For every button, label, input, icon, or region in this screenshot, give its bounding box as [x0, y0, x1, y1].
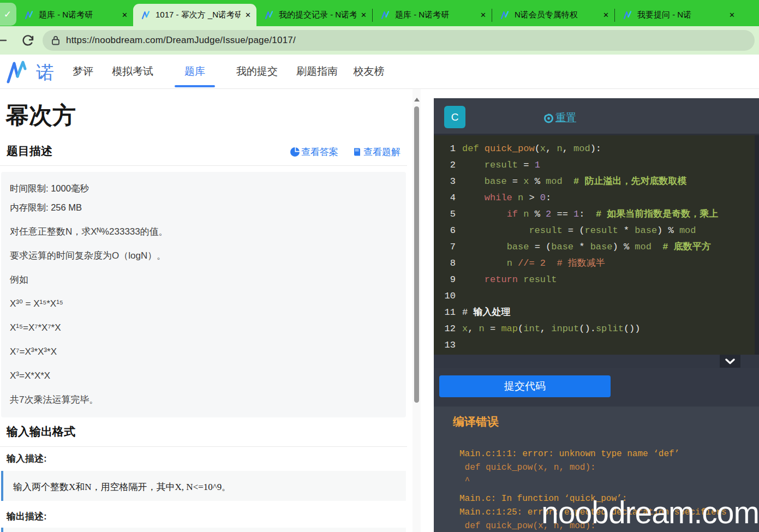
- language-select-button[interactable]: C: [444, 106, 465, 128]
- code-text: base = (base * base) % mod # 底数平方: [462, 239, 711, 255]
- editor-scrollbar-track[interactable]: [755, 135, 759, 355]
- description-paragraph: 例如: [10, 275, 397, 285]
- site-logo-icon[interactable]: [4, 59, 33, 87]
- address-bar[interactable]: https://noobdream.com/DreamJudge/Issue/p…: [43, 30, 755, 51]
- code-line: 1def quick_pow(x, n, mod):: [441, 141, 759, 157]
- description-paragraph: X³=X*X*X: [10, 371, 397, 381]
- problem-title: 幂次方: [5, 100, 76, 131]
- browser-tab[interactable]: 题库 - N诺考研✕: [373, 4, 492, 26]
- site-watermark: noobdream.com: [541, 494, 759, 530]
- code-text: return result: [462, 272, 557, 288]
- browser-tab[interactable]: 我要提问 - N诺✕: [615, 4, 740, 26]
- code-line: 5 if n % 2 == 1: # 如果当前指数是奇数，乘上: [441, 206, 759, 223]
- description-paragraph: 要求运算的时间复杂度为O（logN）。: [10, 251, 397, 261]
- tab-close-icon[interactable]: ✕: [603, 11, 609, 19]
- back-icon[interactable]: [0, 33, 7, 50]
- code-editor[interactable]: 1def quick_pow(x, n, mod):2 result = 13 …: [434, 135, 759, 355]
- io-format-heading: 输入输出格式: [7, 424, 75, 439]
- error-line: [459, 490, 727, 494]
- nav-item-1[interactable]: 梦评: [73, 55, 93, 88]
- reload-icon[interactable]: [21, 33, 35, 50]
- input-description-text: 输入两个整数X和N，用空格隔开，其中X, N<=10^9。: [3, 471, 406, 493]
- input-description-label: 输入描述:: [7, 452, 47, 465]
- compile-error-status: 编译错误: [453, 414, 499, 429]
- nav-item-6[interactable]: 校友榜: [354, 55, 385, 88]
- judge-panel: C 重置 1def quick_pow(x, n, mod):2 result …: [434, 98, 759, 532]
- line-number: 7: [441, 239, 456, 255]
- code-text: def quick_pow(x, n, mod):: [462, 141, 601, 157]
- site-logo-text[interactable]: 诺: [36, 61, 54, 85]
- code-text: n //= 2 # 指数减半: [462, 255, 605, 272]
- scrollbar-thumb[interactable]: [414, 106, 419, 403]
- description-paragraph: 共7次乘法运算完毕。: [10, 395, 397, 405]
- browser-tab[interactable]: 题库 - N诺考研✕: [16, 4, 133, 26]
- tab-close-icon[interactable]: ✕: [122, 11, 128, 19]
- code-text: result = (result * base) % mod: [462, 223, 696, 239]
- page-scrollbar[interactable]: [413, 89, 421, 532]
- description-paragraphs: 对任意正整数N，求Xᴺ%233333的值。要求运算的时间复杂度为O（logN）。…: [10, 227, 397, 405]
- problem-pane: 幂次方 题目描述 查看答案 查看题解 时间限制: 1000毫秒 内存限制: 25…: [0, 89, 407, 532]
- output-description-quote: [1, 528, 406, 532]
- site-favicon-icon: [264, 10, 274, 20]
- problem-statement-box: 时间限制: 1000毫秒 内存限制: 256 MB 对任意正整数N，求Xᴺ%23…: [1, 172, 406, 417]
- lock-icon[interactable]: [50, 34, 61, 46]
- nav-item-5[interactable]: 刷题指南: [296, 55, 338, 88]
- tab-close-icon[interactable]: ✕: [729, 11, 735, 19]
- divider: [0, 165, 407, 166]
- view-links: 查看答案 查看题解: [290, 146, 401, 158]
- reset-icon: [543, 112, 554, 124]
- code-line: 4 while n > 0:: [441, 190, 759, 206]
- view-answer-link[interactable]: 查看答案: [290, 146, 338, 158]
- tab-title: 题库 - N诺考研: [39, 10, 117, 20]
- input-description-quote: 输入两个整数X和N，用空格隔开，其中X, N<=10^9。: [1, 471, 406, 501]
- line-number: 9: [441, 272, 456, 288]
- site-favicon-icon: [380, 10, 390, 20]
- browser-tab[interactable]: 我的提交记录 - N诺考研✕: [256, 4, 372, 26]
- line-number: 13: [441, 337, 456, 354]
- error-line: Main.c:1:1: error: unknown type name ‘de…: [459, 449, 727, 463]
- pie-chart-icon: [290, 147, 300, 157]
- tabs-container: 题库 - N诺考研✕1017 - 幂次方 _N诺考研✕我的提交记录 - N诺考研…: [16, 4, 740, 26]
- line-number: 6: [441, 223, 456, 239]
- line-number: 10: [441, 288, 456, 304]
- memory-limit: 内存限制: 256 MB: [10, 202, 397, 214]
- output-description-label: 输出描述:: [7, 510, 47, 523]
- tab-title: N诺会员专属特权: [515, 10, 599, 20]
- tab-title: 我的提交记录 - N诺考研: [279, 10, 356, 20]
- code-text: # 输入处理: [462, 304, 510, 321]
- tab-title: 题库 - N诺考研: [395, 10, 476, 20]
- chevron-down-icon: [725, 358, 735, 364]
- view-solution-link[interactable]: 查看题解: [352, 146, 401, 158]
- url-text[interactable]: https://noobdream.com/DreamJudge/Issue/p…: [66, 35, 296, 46]
- line-number: 5: [441, 206, 456, 223]
- check-icon: ✓: [4, 9, 11, 20]
- site-navbar: 诺 梦评模拟考试题库我的提交刷题指南校友榜: [0, 55, 759, 89]
- browser-tab[interactable]: N诺会员专属特权✕: [492, 4, 614, 26]
- time-limit: 时间限制: 1000毫秒: [10, 183, 397, 195]
- tab-close-icon[interactable]: ✕: [361, 11, 367, 19]
- book-icon: [352, 147, 362, 157]
- collapse-editor-button[interactable]: [720, 355, 740, 368]
- site-favicon-icon: [500, 10, 510, 20]
- code-text: if n % 2 == 1: # 如果当前指数是奇数，乘上: [462, 206, 718, 223]
- code-line: 3 base = x % mod # 防止溢出，先对底数取模: [441, 174, 759, 190]
- line-number: 4: [441, 190, 456, 206]
- tab-close-icon[interactable]: ✕: [480, 11, 486, 19]
- description-heading: 题目描述: [7, 144, 52, 159]
- code-line: 9 return result: [441, 272, 759, 288]
- browser-toolbar: https://noobdream.com/DreamJudge/Issue/p…: [0, 26, 759, 55]
- nav-item-3[interactable]: 题库: [184, 55, 205, 88]
- tab-overflow-chip[interactable]: ✓: [0, 3, 16, 26]
- site-favicon-icon: [141, 10, 151, 20]
- scrollbar-up-arrow-icon[interactable]: [414, 98, 420, 101]
- browser-tab[interactable]: 1017 - 幂次方 _N诺考研✕: [133, 4, 256, 26]
- divider: [0, 446, 407, 447]
- reset-code-link[interactable]: 重置: [543, 111, 576, 125]
- tab-close-icon[interactable]: ✕: [245, 11, 251, 19]
- submit-code-button[interactable]: 提交代码: [439, 375, 611, 397]
- nav-item-4[interactable]: 我的提交: [236, 55, 278, 88]
- code-line: 13: [441, 337, 759, 354]
- code-line: 10: [441, 288, 759, 304]
- nav-item-2[interactable]: 模拟考试: [112, 55, 153, 88]
- tab-title: 我要提问 - N诺: [637, 10, 725, 20]
